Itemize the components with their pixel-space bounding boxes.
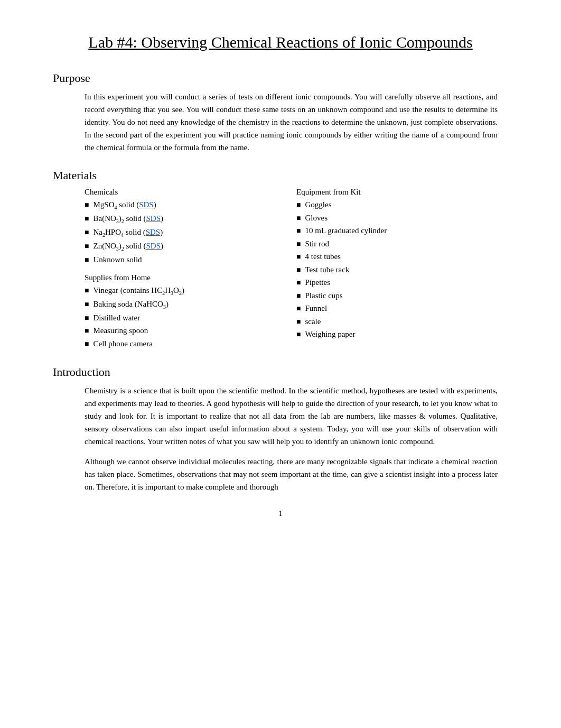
page-number: 1 [53,509,508,518]
equip-4: Stir rod [305,238,329,250]
list-item: ■ Measuring spoon [85,325,286,337]
sds-link-1[interactable]: SDS [139,200,154,209]
bullet-icon: ■ [85,338,89,349]
list-item: ■ Plastic cups [296,290,498,302]
supply-2: Baking soda (NaHCO3) [93,298,168,311]
introduction-paragraph-2: Although we cannot observe individual mo… [85,455,498,493]
bullet-icon: ■ [85,213,89,224]
supply-4: Measuring spoon [93,325,148,337]
list-item: ■ Gloves [296,212,498,224]
list-item: ■ Pipettes [296,277,498,289]
equip-8: Plastic cups [305,290,342,302]
supplies-heading: Supplies from Home [85,273,286,282]
materials-left-col: Chemicals ■ MgSO4 solid (SDS) ■ Ba(NO3)2… [85,188,286,351]
list-item: ■ Vinegar (contains HC2H3O2) [85,284,286,297]
sds-link-3[interactable]: SDS [146,228,161,236]
title-section: Lab #4: Observing Chemical Reactions of … [53,32,508,52]
equip-1: Goggles [305,199,331,211]
supply-3: Distilled water [93,312,140,324]
bullet-icon: ■ [296,238,301,250]
introduction-section: Introduction Chemistry is a science that… [53,365,508,493]
bullet-icon: ■ [85,241,89,252]
chemicals-heading: Chemicals [85,188,286,197]
purpose-paragraph: In this experiment you will conduct a se… [85,90,498,154]
sds-link-2[interactable]: SDS [146,214,161,223]
list-item: ■ Test tube rack [296,264,498,276]
bullet-icon: ■ [296,264,301,275]
bullet-icon: ■ [85,299,89,310]
bullet-icon: ■ [296,316,301,327]
list-item: ■ Funnel [296,302,498,315]
chemical-4: Zn(NO3)2 solid (SDS) [93,240,163,253]
equip-9: Funnel [305,302,327,315]
bullet-icon: ■ [85,312,89,324]
list-item: ■ Weighing paper [296,328,498,340]
materials-right-col: Equipment from Kit ■ Goggles ■ Gloves ■ … [286,188,498,351]
materials-content: Chemicals ■ MgSO4 solid (SDS) ■ Ba(NO3)2… [53,188,508,351]
bullet-icon: ■ [85,227,89,238]
bullet-icon: ■ [296,251,301,262]
list-item: ■ Cell phone camera [85,338,286,350]
page: Lab #4: Observing Chemical Reactions of … [0,0,561,728]
list-item: ■ MgSO4 solid (SDS) [85,199,286,211]
equip-5: 4 test tubes [305,251,341,263]
list-item: ■ 10 mL graduated cylinder [296,225,498,237]
equip-6: Test tube rack [305,264,349,276]
chemical-1: MgSO4 solid (SDS) [93,199,156,211]
bullet-icon: ■ [296,213,301,224]
list-item: ■ Distilled water [85,312,286,324]
purpose-heading: Purpose [53,71,508,85]
bullet-icon: ■ [85,254,89,265]
materials-columns: Chemicals ■ MgSO4 solid (SDS) ■ Ba(NO3)2… [85,188,498,351]
supply-1: Vinegar (contains HC2H3O2) [93,284,184,297]
chemical-2: Ba(NO3)2 solid (SDS) [93,213,163,225]
purpose-section: Purpose In this experiment you will cond… [53,71,508,154]
bullet-icon: ■ [85,325,89,336]
bullet-icon: ■ [296,199,301,210]
bullet-icon: ■ [296,290,301,301]
equipment-heading: Equipment from Kit [296,188,498,197]
equip-2: Gloves [305,212,328,224]
equip-7: Pipettes [305,277,330,289]
list-item: ■ Unknown solid [85,254,286,266]
introduction-content: Chemistry is a science that is built upo… [53,384,508,493]
chemical-3: Na2HPO4 solid (SDS) [93,226,163,239]
bullet-icon: ■ [296,277,301,288]
equip-10: scale [305,316,321,328]
list-item: ■ Zn(NO3)2 solid (SDS) [85,240,286,253]
list-item: ■ Goggles [296,199,498,211]
materials-section: Materials Chemicals ■ MgSO4 solid (SDS) … [53,169,508,351]
bullet-icon: ■ [296,225,301,236]
list-item: ■ Stir rod [296,238,498,250]
bullet-icon: ■ [296,329,301,340]
equip-11: Weighing paper [305,328,355,340]
bullet-icon: ■ [296,303,301,314]
introduction-paragraph-1: Chemistry is a science that is built upo… [85,384,498,448]
bullet-icon: ■ [85,199,89,210]
main-title: Lab #4: Observing Chemical Reactions of … [88,32,472,52]
list-item: ■ scale [296,316,498,328]
equip-3: 10 mL graduated cylinder [305,225,387,237]
supply-5: Cell phone camera [93,338,152,350]
bullet-icon: ■ [85,285,89,296]
list-item: ■ 4 test tubes [296,251,498,263]
sds-link-4[interactable]: SDS [146,242,161,250]
materials-heading: Materials [53,169,508,182]
list-item: ■ Ba(NO3)2 solid (SDS) [85,213,286,225]
introduction-heading: Introduction [53,365,508,379]
chemical-5: Unknown solid [93,254,142,266]
purpose-content: In this experiment you will conduct a se… [53,90,508,154]
list-item: ■ Na2HPO4 solid (SDS) [85,226,286,239]
list-item: ■ Baking soda (NaHCO3) [85,298,286,311]
